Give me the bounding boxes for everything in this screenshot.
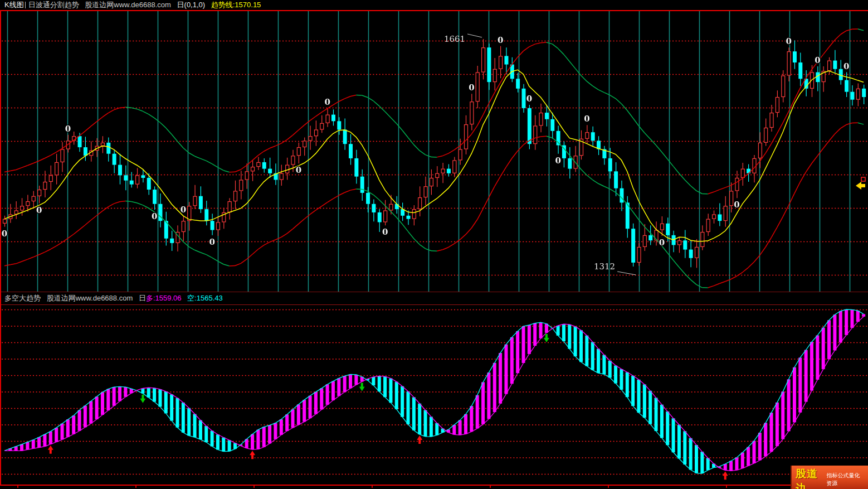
- long-value: 多:1559.06: [146, 292, 182, 304]
- logo-brand: 股道边: [796, 467, 824, 489]
- site-logo: 股道边 指标公式量化资源 www.de6688.com: [791, 466, 868, 489]
- app-window: K线图日波通分割趋势 股道边网www.de6688.com 日(0,1,0) 趋…: [0, 0, 868, 489]
- axis-tick: [372, 486, 373, 488]
- trend-titlebar: 多空大趋势 股道边网www.de6688.com 日多:1559.06 空:15…: [0, 292, 868, 304]
- axis-tick: [726, 486, 727, 488]
- scroll-right-marker-icon[interactable]: [855, 176, 867, 192]
- period-badge-2: 日: [139, 292, 146, 304]
- indicator-subtitle[interactable]: 波通分割趋势: [36, 0, 79, 9]
- axis-tick: [17, 486, 18, 488]
- trend-panel: [0, 305, 868, 485]
- axis-tick: [490, 486, 491, 488]
- kline-title[interactable]: K线图: [4, 0, 24, 9]
- watermark-site: 股道边网www.de6688.com: [85, 0, 171, 9]
- chart-left-border: [0, 10, 1, 485]
- kline-canvas[interactable]: [0, 10, 868, 292]
- logo-tagline: 指标公式量化资源: [826, 472, 865, 487]
- indicator-params: 日(0,1,0): [177, 0, 206, 9]
- kline-titlebar: K线图日波通分割趋势 股道边网www.de6688.com 日(0,1,0) 趋…: [0, 0, 868, 10]
- short-value: 空:1565.43: [187, 292, 223, 304]
- trend-value: 趋势线:1570.15: [211, 0, 261, 9]
- trend-title[interactable]: 多空大趋势: [4, 292, 41, 304]
- title-divider: [25, 2, 26, 8]
- kline-panel: [0, 10, 868, 292]
- axis-tick: [135, 486, 136, 488]
- axis-tick: [253, 486, 255, 488]
- period-badge: 日: [28, 0, 36, 9]
- watermark-site-2: 股道边网www.de6688.com: [47, 292, 133, 304]
- x-axis: [0, 485, 868, 489]
- axis-tick: [608, 486, 609, 488]
- trend-canvas[interactable]: [0, 305, 868, 485]
